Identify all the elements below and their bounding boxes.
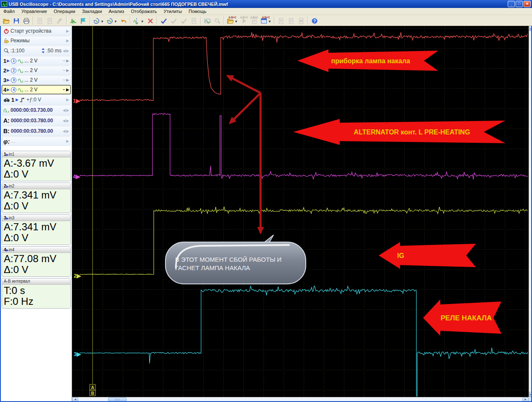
channel-circle-number: 3 bbox=[11, 77, 16, 83]
dropdown-arrow-icon[interactable]: ▼ bbox=[101, 20, 104, 23]
marker-3[interactable]: 3▶ bbox=[74, 351, 81, 357]
channel-expand-icon[interactable]: ▶ bbox=[66, 68, 69, 72]
channel-expand-icon[interactable]: ▶ bbox=[66, 78, 69, 82]
dropdown-arrow-icon[interactable]: ▼ bbox=[141, 20, 144, 23]
measure-panel-in1[interactable]: 1▶in1A:-3.67 mVΔ:0 V bbox=[2, 151, 71, 181]
dropdown-arrow-icon[interactable]: ▼ bbox=[235, 20, 238, 23]
value-a: A:7.341 mV bbox=[4, 190, 69, 201]
toolbar-save-file-button[interactable] bbox=[11, 15, 21, 26]
measure-panel-in3[interactable]: 3▶in3A:7.341 mVΔ:0 V bbox=[2, 214, 71, 245]
horizontal-scrollbar[interactable]: ◄ ► bbox=[72, 397, 529, 401]
channel-mode-icon[interactable]: ~ bbox=[63, 88, 65, 92]
panel-header: 4▶in4 bbox=[2, 247, 70, 253]
maximize-button[interactable]: □ bbox=[516, 1, 523, 7]
cursor-time-row[interactable]: 0000:00:03.730.00 ◀▶ bbox=[2, 105, 71, 115]
channel-circle-number: 4 bbox=[11, 87, 16, 93]
toolbar-scale-down-signal-button[interactable]: ▼ bbox=[105, 15, 119, 26]
power-icon bbox=[3, 28, 9, 34]
measure-panel-in2[interactable]: 2▶in2A:7.341 mVΔ:0 V bbox=[2, 183, 71, 213]
toolbar-separator bbox=[66, 16, 67, 25]
toolbar-clear-button bbox=[55, 15, 65, 26]
cursor-b-spinner[interactable]: ◀▶ bbox=[63, 129, 69, 133]
phase-label: φ: bbox=[3, 138, 10, 145]
value-a: A:-3.67 mV bbox=[4, 158, 69, 169]
panel-values: A:7.341 mVΔ:0 V bbox=[2, 189, 70, 213]
timebase-spinner[interactable]: ◀▶ bbox=[63, 49, 69, 53]
panel-values: T:0 sF:0 Hz bbox=[2, 285, 70, 308]
toolbar-abc-run-button: A:B+C bbox=[239, 15, 249, 26]
toolbar-abc-panel-button[interactable]: A:B+C▼ bbox=[259, 15, 273, 26]
toolbar-open-file-button[interactable] bbox=[1, 15, 11, 26]
channel-2-row[interactable]: 2▶2... 2 V~▶ bbox=[2, 66, 71, 75]
modes-button[interactable]: Режимы ▶ bbox=[2, 36, 71, 45]
check-gray-icon bbox=[181, 18, 187, 24]
toolbar-help-button[interactable]: ? bbox=[310, 15, 320, 26]
dropdown-arrow-icon[interactable]: ▼ bbox=[114, 20, 117, 23]
menu-операции[interactable]: Операции bbox=[50, 8, 78, 14]
panel-values: A:7.341 mVΔ:0 V bbox=[2, 221, 70, 245]
channel-range: ... 2 V bbox=[24, 87, 62, 93]
callout-text-line1: В ЭТОТ МОМЕНТ СБОЙ РАБОТЫ И bbox=[175, 256, 281, 263]
phase-row[interactable]: φ: ... ▶ bbox=[2, 137, 71, 146]
dropdown-arrow-icon[interactable]: ▼ bbox=[268, 20, 271, 23]
value-delta: Δ:0 V bbox=[4, 201, 69, 211]
timebase-value[interactable]: :50 ms bbox=[46, 48, 62, 54]
menu-отображать[interactable]: Отображать bbox=[127, 8, 160, 14]
toolbar-scale-up-signal-button[interactable]: ▼ bbox=[92, 15, 105, 26]
toolbar-cursor-measure-button[interactable]: ▼ bbox=[132, 15, 145, 26]
channel-arrow-icon: ▶ bbox=[7, 59, 10, 63]
menu-управление[interactable]: Управление bbox=[18, 8, 50, 14]
chevron-right-icon[interactable]: ▶ bbox=[66, 39, 69, 43]
channel-arrow-icon: ▶ bbox=[7, 78, 10, 82]
toolbar-separator bbox=[33, 16, 34, 25]
minimize-button[interactable]: _ bbox=[508, 1, 515, 7]
chevron-right-icon[interactable]: ▶ bbox=[66, 98, 69, 102]
channel-arrow-icon: ▶ bbox=[7, 88, 10, 92]
menu-помощь[interactable]: Помощь bbox=[185, 8, 210, 14]
control-sidebar: Старт устройства ▶ Режимы ▶ :1:100 :50 m… bbox=[1, 26, 72, 401]
title-bar: USB Oscilloscope - C:\Documents and Sett… bbox=[0, 0, 532, 8]
marker-4[interactable]: 4▶ bbox=[73, 173, 80, 180]
channel-expand-icon[interactable]: ▶ bbox=[66, 59, 69, 63]
chevron-right-icon[interactable]: ▶ bbox=[66, 139, 69, 143]
channel-mode-icon[interactable]: ~ bbox=[63, 78, 65, 82]
timebase-icon bbox=[41, 48, 45, 54]
check-blue-icon bbox=[160, 18, 167, 24]
menu-анализ[interactable]: Анализ bbox=[105, 8, 127, 14]
channel-4-row[interactable]: 4▶4... 2 V~▶ bbox=[2, 85, 71, 94]
measure-panel-ab-interval[interactable]: A-B интервалT:0 sF:0 Hz bbox=[2, 278, 71, 309]
toolbar-undo-button[interactable] bbox=[119, 15, 129, 26]
toolbar-apply-check-button[interactable] bbox=[159, 15, 169, 26]
toolbar-waveform-view-button[interactable] bbox=[68, 15, 78, 26]
marker-2[interactable]: 2▶ bbox=[74, 273, 81, 279]
cursor-a-row[interactable]: A: 0000:00:03.780.00 ◀▶ bbox=[2, 116, 71, 126]
cursor-a-spinner[interactable]: ◀▶ bbox=[63, 119, 69, 123]
menu-утилиты[interactable]: Утилиты bbox=[160, 8, 186, 14]
toolbar-separator bbox=[90, 16, 90, 25]
toolbar-abc-open-button[interactable]: A:B+C▼ bbox=[226, 15, 239, 26]
menu-закладки[interactable]: Закладки bbox=[79, 8, 106, 14]
start-device-button[interactable]: Старт устройства ▶ bbox=[2, 26, 71, 36]
toolbar-marker-flag-button[interactable] bbox=[78, 15, 88, 26]
cursor-time-spinner[interactable]: ◀▶ bbox=[63, 108, 69, 112]
measure-panel-in4[interactable]: 4▶in4A:77.08 mVΔ:0 V bbox=[2, 246, 71, 277]
zoom-ratio[interactable]: :1:100 bbox=[10, 48, 24, 54]
channel-number: 1 bbox=[3, 58, 6, 64]
channel-1-row[interactable]: 1▶1... 2 V~▶ bbox=[2, 56, 71, 65]
toolbar-select-region-button[interactable] bbox=[202, 15, 212, 26]
channel-expand-icon[interactable]: ▶ bbox=[66, 88, 69, 92]
channel-3-row[interactable]: 3▶3... 2 V~▶ bbox=[2, 75, 71, 85]
scope-display[interactable]: ABприборка лампа накалаALTERNATOR конт. … bbox=[72, 26, 529, 397]
broom-icon bbox=[57, 18, 63, 24]
toolbar-delete-measure-button[interactable] bbox=[145, 15, 155, 26]
trigger-row[interactable]: 1▶ +ƒ:0 V ▶ bbox=[2, 95, 71, 105]
channel-mode-icon[interactable]: ~ bbox=[63, 59, 65, 63]
flag-icon bbox=[80, 18, 87, 24]
marker-1[interactable]: 1▶ bbox=[73, 98, 80, 104]
cursor-b-row[interactable]: B: 0000:00:03.780.00 ◀▶ bbox=[2, 126, 71, 136]
menu-файл[interactable]: Файл bbox=[0, 8, 18, 14]
channel-mode-icon[interactable]: ~ bbox=[63, 68, 65, 72]
toolbar-print-button[interactable] bbox=[21, 15, 31, 26]
close-button[interactable]: ✕ bbox=[524, 1, 531, 7]
chevron-right-icon[interactable]: ▶ bbox=[66, 29, 69, 33]
